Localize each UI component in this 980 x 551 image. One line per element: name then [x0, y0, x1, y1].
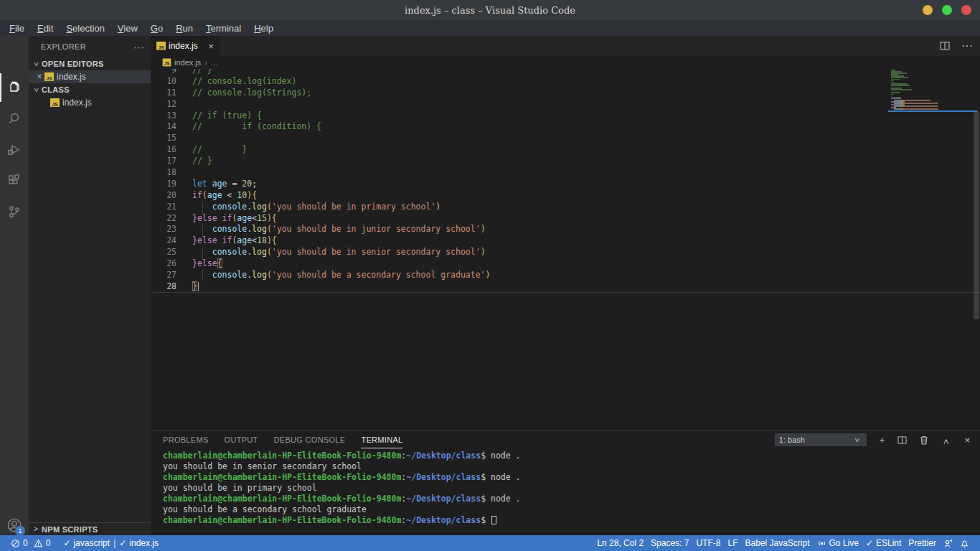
js-file-icon: JS: [50, 98, 60, 107]
code-line-23: 23 console.log('you should be in junior …: [151, 224, 980, 235]
panel-tab-terminal[interactable]: TERMINAL: [361, 431, 402, 448]
breadcrumb[interactable]: JS index.js › ...: [151, 56, 980, 69]
menu-help[interactable]: Help: [248, 22, 280, 34]
explorer-sidebar: EXPLORER ··· > OPEN EDITORS × JS index.j…: [29, 36, 151, 535]
explorer-more-actions-icon[interactable]: ···: [133, 42, 145, 52]
problems-status[interactable]: 0 0: [7, 535, 54, 551]
terminal-cursor: [491, 516, 496, 524]
extensions-icon[interactable]: [0, 166, 29, 195]
panel-actions: 1: bash > + > ×: [775, 433, 970, 446]
menu-go[interactable]: Go: [144, 22, 169, 34]
code-line-17: 17// }: [151, 156, 980, 167]
language-mode-status[interactable]: Babel JavaScript: [741, 535, 813, 551]
javascript-validation-status[interactable]: ✓ javascript | ✓ index.js: [60, 535, 162, 551]
npm-scripts-section[interactable]: > NPM SCRIPTS: [29, 522, 151, 535]
new-terminal-icon[interactable]: +: [880, 435, 885, 446]
menu-file[interactable]: File: [3, 22, 31, 34]
check-icon: ✓: [866, 538, 873, 548]
menu-edit[interactable]: Edit: [31, 22, 60, 34]
close-editor-icon[interactable]: ×: [34, 72, 44, 82]
terminal-prompt-line: chamberlain@chamberlain-HP-EliteBook-Fol…: [163, 451, 973, 461]
open-editors-section[interactable]: > OPEN EDITORS: [29, 57, 151, 70]
code-line-21: 21 console.log('you should be in primary…: [151, 202, 980, 213]
menu-terminal[interactable]: Terminal: [199, 22, 248, 34]
editor-more-actions-icon[interactable]: ···: [961, 39, 973, 52]
window-controls: [923, 5, 971, 15]
terminal-output-line: you should be in senior secondary school: [163, 461, 973, 472]
folder-section-class[interactable]: > CLASS: [29, 83, 151, 96]
code-line-26: 26}else{: [151, 258, 980, 270]
cursor-position-status[interactable]: Ln 28, Col 2: [593, 535, 647, 551]
js-file-icon: JS: [44, 72, 54, 81]
kill-terminal-trash-icon[interactable]: [920, 435, 928, 445]
code-editor[interactable]: 9// }10// console.log(index)11// console…: [151, 69, 980, 430]
source-control-icon[interactable]: [0, 197, 29, 226]
menu-view[interactable]: View: [111, 22, 144, 34]
accounts-badge: 1: [15, 526, 25, 536]
chevron-right-icon: >: [32, 525, 40, 533]
text-cursor: [198, 282, 199, 291]
chevron-down-icon: >: [32, 85, 40, 94]
code-line-15: 15: [151, 133, 980, 144]
error-icon: [11, 539, 20, 548]
code-line-11: 11// console.log(Strings);: [151, 88, 980, 99]
check-icon: ✓: [63, 538, 70, 548]
minimize-button[interactable]: [923, 5, 933, 15]
editor-scrollbar[interactable]: [973, 69, 980, 430]
bottom-panel: PROBLEMSOUTPUTDEBUG CONSOLETERMINAL 1: b…: [151, 430, 980, 535]
code-line-19: 19let age = 20;: [151, 179, 980, 190]
code-line-22: 22}else if(age<15){: [151, 213, 980, 225]
open-editor-item-indexjs[interactable]: × JS index.js: [29, 70, 151, 83]
panel-tab-output[interactable]: OUTPUT: [225, 431, 258, 448]
broadcast-icon: [817, 539, 826, 548]
close-window-button[interactable]: [961, 5, 971, 15]
code-line-28: 28}: [151, 281, 980, 293]
menu-selection[interactable]: Selection: [60, 22, 110, 34]
terminal-output-line: you should be in primary school: [163, 483, 973, 494]
file-item-indexjs[interactable]: JS index.js: [29, 96, 151, 109]
notifications-bell-icon[interactable]: [956, 535, 973, 551]
panel-tab-problems[interactable]: PROBLEMS: [163, 431, 209, 448]
eol-status[interactable]: LF: [724, 535, 741, 551]
close-tab-icon[interactable]: ×: [208, 41, 214, 52]
status-bar: 0 0 ✓ javascript | ✓ index.js Ln 28, Col…: [0, 535, 980, 551]
panel-tab-debug-console[interactable]: DEBUG CONSOLE: [274, 431, 346, 448]
code-line-9: 9// }: [151, 69, 980, 76]
chevron-down-icon: >: [852, 435, 860, 444]
code-line-13: 13// if (true) {: [151, 110, 980, 122]
search-icon[interactable]: [0, 104, 29, 133]
close-panel-icon[interactable]: ×: [964, 435, 970, 446]
tab-indexjs[interactable]: JS index.js ×: [151, 36, 220, 56]
vscode-window: index.js – class – Visual Studio Code Fi…: [0, 0, 980, 551]
split-editor-icon[interactable]: [940, 41, 950, 51]
terminal[interactable]: chamberlain@chamberlain-HP-EliteBook-Fol…: [163, 451, 973, 534]
js-file-icon: JS: [156, 42, 166, 50]
terminal-output-line: you should be a secondary school graduat…: [163, 504, 973, 515]
minimap[interactable]: [891, 70, 973, 112]
sidebar-header: EXPLORER ···: [29, 36, 151, 57]
terminal-prompt-line: chamberlain@chamberlain-HP-EliteBook-Fol…: [163, 494, 973, 504]
split-terminal-icon[interactable]: [897, 435, 907, 445]
check-icon: ✓: [119, 538, 126, 548]
breadcrumb-separator-icon: ›: [204, 59, 207, 67]
code-line-16: 16// }: [151, 144, 980, 156]
terminal-shell-select[interactable]: 1: bash >: [775, 433, 867, 446]
sidebar-title: EXPLORER: [41, 42, 133, 51]
editor-group: JS index.js × ··· JS index.js › ... 9// …: [151, 36, 980, 430]
encoding-status[interactable]: UTF-8: [692, 535, 724, 551]
prettier-status[interactable]: Prettier: [905, 535, 940, 551]
code-line-27: 27 console.log('you should be a secondar…: [151, 270, 980, 281]
js-file-icon: JS: [163, 59, 171, 67]
maximize-panel-icon[interactable]: >: [941, 435, 951, 444]
scrollbar-slider[interactable]: [974, 111, 979, 319]
explorer-icon[interactable]: [0, 73, 29, 102]
run-and-debug-icon[interactable]: [0, 136, 29, 164]
menu-run[interactable]: Run: [169, 22, 199, 34]
indentation-status[interactable]: Spaces: 7: [647, 535, 692, 551]
eslint-status[interactable]: ✓ ESLint: [862, 535, 905, 551]
feedback-icon[interactable]: [940, 535, 956, 551]
minimap-current-line: [888, 110, 977, 112]
code-line-25: 25 console.log('you should be in senior …: [151, 247, 980, 258]
maximize-button[interactable]: [942, 5, 952, 15]
go-live-status[interactable]: Go Live: [814, 535, 862, 551]
